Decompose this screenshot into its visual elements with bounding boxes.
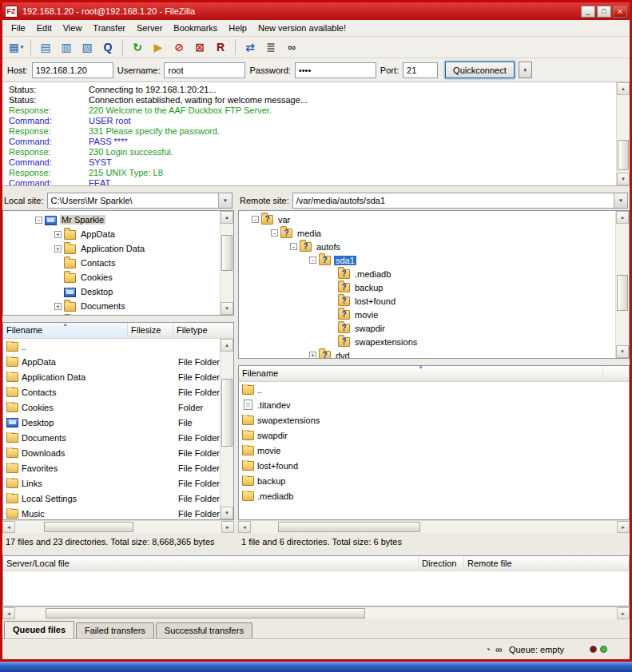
tree-item-mr-sparkle[interactable]: Mr Sparkle bbox=[3, 213, 233, 227]
scroll-down-icon[interactable] bbox=[221, 302, 233, 315]
remote-tree-toggle-icon[interactable]: ▧ bbox=[77, 38, 97, 56]
scroll-right-icon[interactable] bbox=[221, 521, 234, 533]
site-manager-icon[interactable]: ▦▾ bbox=[6, 38, 26, 56]
column-header-direction[interactable]: Direction bbox=[419, 556, 464, 571]
tree-item-cookies[interactable]: Cookies bbox=[3, 270, 233, 284]
file-row-links[interactable]: LinksFile Folder bbox=[3, 475, 233, 491]
menu-item-file[interactable]: File bbox=[6, 21, 31, 35]
file-row-contacts[interactable]: ContactsFile Folder bbox=[3, 384, 233, 400]
tree-item-var[interactable]: var bbox=[239, 213, 629, 226]
queue-toggle-icon[interactable]: Q bbox=[97, 38, 118, 56]
menu-item-transfer[interactable]: Transfer bbox=[87, 21, 131, 35]
menu-item-new-version-available[interactable]: New version available! bbox=[252, 21, 352, 35]
scroll-right-icon[interactable] bbox=[617, 607, 630, 619]
file-row-desktop[interactable]: DesktopFile bbox=[3, 415, 233, 430]
tree-item-mediadb[interactable]: .mediadb bbox=[239, 267, 629, 280]
scroll-right-icon[interactable] bbox=[617, 521, 630, 533]
file-row-application-data[interactable]: Application DataFile Folder bbox=[3, 369, 233, 384]
password-input[interactable] bbox=[295, 62, 376, 78]
file-row-movie[interactable]: movie bbox=[239, 443, 629, 458]
tree-item-dvd[interactable]: dvd bbox=[239, 348, 629, 359]
tree-item-application-data[interactable]: Application Data bbox=[3, 241, 233, 256]
scroll-down-icon[interactable] bbox=[617, 173, 630, 185]
scroll-thumb[interactable] bbox=[618, 140, 629, 170]
tree-expander-minus-icon[interactable] bbox=[35, 217, 42, 224]
column-header-filename[interactable]: Filename bbox=[3, 323, 128, 338]
file-row-[interactable]: .. bbox=[239, 382, 629, 397]
tree-item-contacts[interactable]: Contacts bbox=[3, 256, 233, 270]
scroll-left-icon[interactable] bbox=[2, 521, 15, 533]
menu-item-view[interactable]: View bbox=[58, 21, 88, 35]
host-input[interactable] bbox=[32, 62, 113, 78]
scroll-up-icon[interactable] bbox=[616, 211, 629, 224]
tree-expander-plus-icon[interactable] bbox=[309, 352, 316, 359]
tab-successful-transfers[interactable]: Successful transfers bbox=[156, 622, 252, 638]
tree-item-sda1[interactable]: sda1 bbox=[239, 253, 629, 267]
minimize-button[interactable]: _ bbox=[581, 6, 595, 18]
file-row-favorites[interactable]: FavoritesFile Folder bbox=[3, 460, 233, 475]
cancel-icon[interactable]: ⊘ bbox=[169, 38, 189, 56]
local-list-scrollbar[interactable] bbox=[220, 339, 233, 519]
local-tree-scrollbar[interactable] bbox=[220, 211, 233, 315]
scroll-down-icon[interactable] bbox=[221, 507, 233, 519]
file-row-lost-found[interactable]: lost+found bbox=[239, 458, 629, 473]
combo-dropdown-icon[interactable] bbox=[218, 193, 232, 208]
tree-item-documents[interactable]: Documents bbox=[3, 299, 233, 313]
scroll-left-icon[interactable] bbox=[238, 521, 251, 533]
tree-item-appdata[interactable]: AppData bbox=[3, 227, 233, 241]
file-row-music[interactable]: MusicFile Folder bbox=[3, 506, 233, 519]
username-input[interactable] bbox=[164, 62, 245, 78]
column-header-server-local-file[interactable]: Server/Local file bbox=[3, 556, 419, 571]
tree-expander-plus-icon[interactable] bbox=[54, 303, 62, 310]
find-files-icon[interactable]: ∞ bbox=[281, 38, 302, 56]
scroll-down-icon[interactable] bbox=[616, 345, 629, 358]
tree-item-backup[interactable]: backup bbox=[239, 280, 629, 294]
tree-expander-minus-icon[interactable] bbox=[309, 256, 316, 264]
file-row-mediadb[interactable]: .mediadb bbox=[239, 488, 629, 503]
remote-tree-scrollbar[interactable] bbox=[615, 211, 629, 358]
tree-list-splitter[interactable] bbox=[238, 359, 630, 365]
tree-item-swapextensions[interactable]: swapextensions bbox=[239, 335, 629, 348]
tree-expander-plus-icon[interactable] bbox=[54, 231, 62, 238]
port-input[interactable] bbox=[403, 62, 438, 78]
quickconnect-dropdown-icon[interactable] bbox=[519, 62, 532, 78]
tree-expander-minus-icon[interactable] bbox=[252, 216, 259, 223]
tree-item-downloads[interactable]: Downloads bbox=[3, 313, 233, 316]
file-row-local-settings[interactable]: Local SettingsFile Folder bbox=[3, 491, 233, 506]
tree-item-movie[interactable]: movie bbox=[239, 308, 629, 321]
column-header-filetype[interactable]: Filetype bbox=[173, 323, 233, 338]
remote-site-combobox[interactable]: /var/media/autofs/sda1 bbox=[292, 193, 628, 209]
tree-item-autofs[interactable]: autofs bbox=[239, 240, 629, 253]
tab-failed-transfers[interactable]: Failed transfers bbox=[76, 622, 154, 638]
directory-comparison-icon[interactable]: ≣ bbox=[260, 38, 281, 56]
scroll-up-icon[interactable] bbox=[221, 339, 233, 352]
log-scrollbar[interactable] bbox=[616, 82, 630, 185]
file-row-titandev[interactable]: .titandev bbox=[239, 397, 629, 412]
menu-item-edit[interactable]: Edit bbox=[31, 21, 58, 35]
filter-icon[interactable]: ∞ bbox=[495, 644, 503, 655]
file-row-swapdir[interactable]: swapdir bbox=[239, 427, 629, 443]
column-header-filename[interactable]: Filename bbox=[239, 366, 603, 381]
message-log-toggle-icon[interactable]: ▤ bbox=[35, 38, 56, 56]
column-header-remote-file[interactable]: Remote file bbox=[464, 556, 629, 571]
remote-horizontal-scrollbar[interactable] bbox=[238, 520, 630, 533]
sync-browsing-icon[interactable]: ⇄ bbox=[240, 38, 260, 56]
scroll-up-icon[interactable] bbox=[221, 211, 233, 224]
tree-list-splitter[interactable] bbox=[2, 316, 234, 322]
scroll-left-icon[interactable] bbox=[2, 607, 15, 619]
menu-item-server[interactable]: Server bbox=[131, 21, 168, 35]
tab-queued-files[interactable]: Queued files bbox=[4, 621, 74, 638]
reconnect-icon[interactable]: R bbox=[210, 38, 231, 56]
menu-item-bookmarks[interactable]: Bookmarks bbox=[168, 21, 223, 35]
scroll-thumb[interactable] bbox=[617, 275, 628, 311]
file-row-backup[interactable]: backup bbox=[239, 473, 629, 488]
tree-item-media[interactable]: media bbox=[239, 226, 629, 240]
tree-item-desktop[interactable]: Desktop bbox=[3, 284, 233, 299]
tree-expander-minus-icon[interactable] bbox=[290, 243, 297, 250]
process-queue-icon[interactable]: ▶ bbox=[148, 38, 169, 56]
local-site-combobox[interactable]: C:\Users\Mr Sparkle\ bbox=[47, 193, 233, 209]
tree-expander-plus-icon[interactable] bbox=[54, 245, 62, 252]
menu-item-help[interactable]: Help bbox=[223, 21, 252, 35]
maximize-button[interactable]: □ bbox=[597, 6, 611, 18]
scroll-thumb[interactable] bbox=[46, 608, 365, 618]
